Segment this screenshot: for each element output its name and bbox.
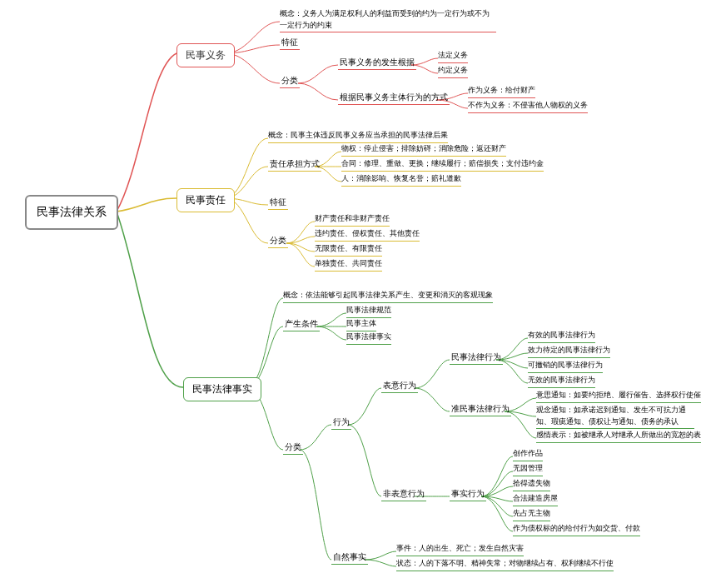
yel-class-a[interactable]: 财产责任和非财产责任 <box>315 213 390 227</box>
yel-mode-b[interactable]: 合同：修理、重做、更换；继续履行；赔偿损失；支付违约金 <box>341 158 544 172</box>
grn-civil-a[interactable]: 有效的民事法律行为 <box>528 330 595 343</box>
branch-liability[interactable]: 民事责任 <box>176 188 235 212</box>
grn-fact-c[interactable]: 拾得遗失物 <box>513 478 550 491</box>
yel-features[interactable]: 特征 <box>268 197 288 210</box>
yel-mode[interactable]: 责任承担方式 <box>268 158 321 172</box>
red-concept[interactable]: 概念：义务人为满足权利人的利益而受到的约为一定行为或不为一定行为的约束 <box>280 8 496 32</box>
grn-will[interactable]: 表意行为 <box>381 380 418 393</box>
grn-concept[interactable]: 概念：依法能够引起民事法律关系产生、变更和消灭的客观现象 <box>283 290 493 303</box>
grn-nonwill[interactable]: 非表意行为 <box>381 488 426 501</box>
grn-quasi-c[interactable]: 感情表示：如被继承人对继承人所做出的宽恕的表示 <box>536 430 701 443</box>
grn-cond-c[interactable]: 民事法律事实 <box>346 331 391 345</box>
grn-civil-c[interactable]: 可撤销的民事法律行为 <box>528 360 603 373</box>
grn-fact-a[interactable]: 创作作品 <box>513 448 543 461</box>
branch-facts[interactable]: 民事法律事实 <box>183 377 261 401</box>
grn-quasi-b[interactable]: 观念通知：如承诺迟到通知、发生不可抗力通知、瑕疵通知、债权让与通知、债务的承认 <box>536 405 694 429</box>
red-method-b[interactable]: 不作为义务：不侵害他人物权的义务 <box>468 100 588 113</box>
grn-cond-b[interactable]: 民事主体 <box>346 318 376 331</box>
yel-mode-a[interactable]: 物权：停止侵害；排除妨碍；消除危险；返还财产 <box>341 143 506 157</box>
grn-civil-b[interactable]: 效力待定的民事法律行为 <box>528 345 610 358</box>
grn-event[interactable]: 事件：人的出生、死亡；发生自然灾害 <box>396 543 524 556</box>
grn-fact-f[interactable]: 作为债权标的的给付行为如交货、付款 <box>513 523 640 536</box>
grn-cond[interactable]: 产生条件 <box>283 318 320 331</box>
red-basis-a[interactable]: 法定义务 <box>438 50 468 63</box>
grn-civil[interactable]: 民事法律行为 <box>450 351 503 365</box>
red-method[interactable]: 根据民事义务主体行为的方式 <box>338 92 450 105</box>
grn-quasi[interactable]: 准民事法律行为 <box>450 403 511 416</box>
grn-natural[interactable]: 自然事实 <box>331 551 368 565</box>
grn-factual[interactable]: 事实行为 <box>450 488 486 501</box>
grn-civil-d[interactable]: 无效的民事法律行为 <box>528 375 595 388</box>
grn-fact-d[interactable]: 合法建造房屋 <box>513 493 558 506</box>
grn-fact-b[interactable]: 无因管理 <box>513 463 543 476</box>
root-node[interactable]: 民事法律关系 <box>25 195 118 230</box>
red-classify[interactable]: 分类 <box>280 75 300 88</box>
yel-classify[interactable]: 分类 <box>268 235 288 248</box>
yel-mode-c[interactable]: 人：消除影响、恢复名誉；赔礼道歉 <box>341 173 461 187</box>
red-method-a[interactable]: 作为义务：给付财产 <box>468 85 535 98</box>
grn-act[interactable]: 行为 <box>331 416 351 430</box>
yel-class-c[interactable]: 无限责任、有限责任 <box>315 243 382 257</box>
grn-classify[interactable]: 分类 <box>283 441 303 455</box>
grn-quasi-a[interactable]: 意思通知：如要约拒绝、履行催告、选择权行使催告 <box>536 390 701 403</box>
yel-concept[interactable]: 概念：民事主体违反民事义务应当承担的民事法律后果 <box>268 130 448 143</box>
branch-obligation[interactable]: 民事义务 <box>176 43 235 67</box>
grn-cond-a[interactable]: 民事法律规范 <box>346 305 391 318</box>
red-basis[interactable]: 民事义务的发生根据 <box>338 57 416 70</box>
grn-fact-e[interactable]: 先占无主物 <box>513 508 550 521</box>
yel-class-d[interactable]: 单独责任、共同责任 <box>315 258 382 272</box>
grn-state[interactable]: 状态：人的下落不明、精神失常；对物继续占有、权利继续不行使 <box>396 558 614 571</box>
red-basis-b[interactable]: 约定义务 <box>438 65 468 78</box>
red-features[interactable]: 特征 <box>280 37 300 50</box>
yel-class-b[interactable]: 违约责任、侵权责任、其他责任 <box>315 228 420 242</box>
